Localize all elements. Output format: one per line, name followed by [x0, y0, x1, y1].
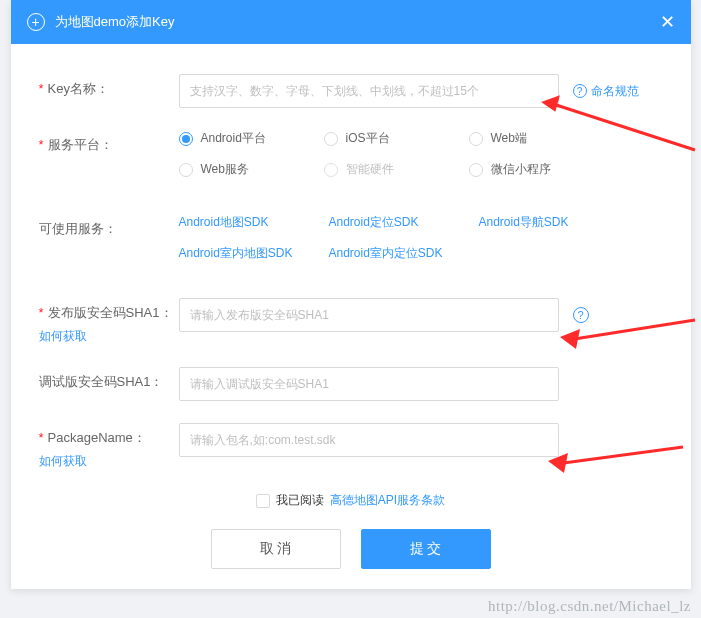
platform-radio[interactable]: 微信小程序	[469, 161, 614, 178]
close-icon[interactable]: ✕	[660, 11, 675, 33]
radio-label: 智能硬件	[346, 161, 394, 178]
release-sha1-help-link[interactable]: 如何获取	[39, 328, 179, 345]
terms-checkbox[interactable]	[256, 494, 270, 508]
services-label: 可使用服务：	[39, 214, 179, 238]
modal-header: + 为地图demo添加Key ✕	[11, 0, 691, 44]
naming-help-link[interactable]: ? 命名规范	[573, 83, 639, 100]
terms-prefix: 我已阅读	[276, 492, 324, 509]
release-sha1-input[interactable]	[179, 298, 559, 332]
radio-label: Android平台	[201, 130, 266, 147]
service-link[interactable]: Android室内定位SDK	[329, 245, 479, 262]
service-link[interactable]: Android导航SDK	[479, 214, 629, 231]
question-icon: ?	[573, 84, 587, 98]
service-link[interactable]: Android定位SDK	[329, 214, 479, 231]
radio-label: 微信小程序	[491, 161, 551, 178]
radio-icon	[469, 163, 483, 177]
plus-icon: +	[27, 13, 45, 31]
radio-icon	[324, 163, 338, 177]
radio-label: iOS平台	[346, 130, 390, 147]
platform-label: 服务平台：	[39, 130, 179, 154]
service-link[interactable]: Android地图SDK	[179, 214, 329, 231]
radio-icon	[469, 132, 483, 146]
terms-link[interactable]: 高德地图API服务条款	[330, 492, 445, 509]
package-name-label: PackageName：	[39, 423, 179, 447]
platform-radio[interactable]: Web端	[469, 130, 614, 147]
package-name-input[interactable]	[179, 423, 559, 457]
radio-label: Web服务	[201, 161, 249, 178]
radio-label: Web端	[491, 130, 527, 147]
debug-sha1-label: 调试版安全码SHA1：	[39, 367, 179, 391]
release-sha1-label: 发布版安全码SHA1：	[39, 298, 179, 322]
platform-radio[interactable]: iOS平台	[324, 130, 469, 147]
platform-radio[interactable]: Web服务	[179, 161, 324, 178]
modal-title: 为地图demo添加Key	[55, 13, 175, 31]
watermark: http://blog.csdn.net/Michael_lz	[488, 598, 691, 615]
platform-radio[interactable]: Android平台	[179, 130, 324, 147]
cancel-button[interactable]: 取 消	[211, 529, 341, 569]
radio-icon	[324, 132, 338, 146]
radio-icon	[179, 132, 193, 146]
service-link[interactable]: Android室内地图SDK	[179, 245, 329, 262]
question-icon[interactable]: ?	[573, 307, 589, 323]
key-name-label: Key名称：	[39, 74, 179, 98]
key-name-input[interactable]	[179, 74, 559, 108]
debug-sha1-input[interactable]	[179, 367, 559, 401]
submit-button[interactable]: 提 交	[361, 529, 491, 569]
radio-icon	[179, 163, 193, 177]
package-name-help-link[interactable]: 如何获取	[39, 453, 179, 470]
platform-radio: 智能硬件	[324, 161, 469, 178]
